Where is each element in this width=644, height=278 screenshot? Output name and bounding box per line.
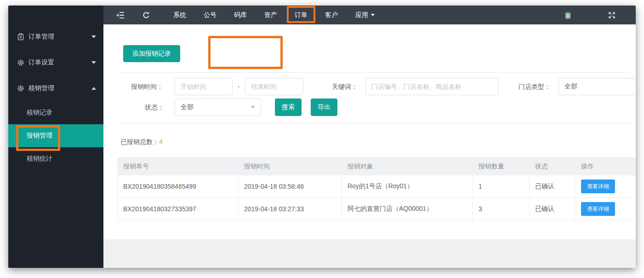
cell-quantity: 3 [473,198,530,220]
nav-item-code-library[interactable]: 码库 [225,6,256,24]
fullscreen-icon[interactable] [607,12,616,19]
sidebar-subitem-label: 核销记录 [27,109,52,117]
nav-item-system[interactable]: 系统 [165,6,195,24]
cell-target: 阿七的直营门店（AQ00001） [342,198,473,220]
nav-item-orders[interactable]: 订单 [286,6,316,24]
col-header-target: 报销对象 [342,158,473,175]
end-time-input[interactable] [245,78,303,95]
store-type-select[interactable]: 全部 [559,78,636,95]
nav-right-icons [563,12,636,19]
nav-item-official-account[interactable]: 公号 [195,6,225,24]
reimbursed-total-label: 已报销总数： [120,138,159,145]
search-button[interactable]: 搜索 [275,98,302,116]
nav-item-label: 系统 [173,6,186,24]
sidebar: 订单管理 订单设置 [8,6,103,268]
sidebar-item-label: 订单设置 [28,58,91,67]
cell-order-no: BX201904180327335397 [118,198,239,220]
table-row: BX201904180327335397 2019-04-18 03:27:33… [118,198,636,220]
app-window: 订单管理 订单设置 [8,6,636,268]
status-select[interactable]: 全部 [175,98,261,116]
nav-item-label: 码库 [234,6,247,24]
status-filter-label: 状态： [145,98,164,116]
chevron-down-icon [91,35,96,38]
table-header-row: 报销单号 报销时间 报销对象 报销数量 状态 操作 [118,158,636,175]
nav-item-label: 公号 [204,6,217,24]
nav-item-assets[interactable]: 资产 [256,6,286,24]
status-value: 全部 [181,103,194,111]
nav-item-label: 订单 [295,6,308,24]
add-reimbursement-button[interactable]: 添加报销记录 [123,45,180,62]
sidebar-subitem-label: 核销统计 [27,155,52,163]
view-detail-button[interactable]: 查看详细 [581,180,615,193]
keyword-filter-label: 关键词： [332,78,358,95]
gear-icon [17,85,24,92]
sidebar-item-label: 订单管理 [28,33,91,41]
chevron-down-icon [371,14,375,16]
main-area: 添加报销记录 报销时间： - 关键词： 门店类型： 全部 状态： 全部 [103,24,636,268]
cell-quantity: 1 [473,175,530,198]
reimbursement-table: 报销单号 报销时间 报销对象 报销数量 状态 操作 BX201904180358… [117,157,636,220]
sidebar-menu: 订单管理 订单设置 [8,6,103,170]
time-filter-label: 报销时间： [131,78,163,95]
nav-item-customers[interactable]: 客户 [316,6,347,24]
divider [117,123,630,123]
keyword-input[interactable] [365,78,499,95]
divider [117,72,630,73]
nav-item-label: 应用 [355,6,368,24]
sidebar-subitem-reimbursement-management[interactable]: 报销管理 [8,124,103,147]
gear-icon [17,59,24,66]
cell-time: 2019-04-18 03:27:33 [239,198,342,220]
collapse-sidebar-icon[interactable] [116,12,125,18]
export-button[interactable]: 导出 [311,98,337,116]
chevron-down-icon [251,106,255,109]
col-header-status: 状态 [530,158,576,175]
cell-status: 已确认 [530,175,576,198]
nav-item-apps[interactable]: 应用 [347,6,383,24]
sidebar-item-label: 核销管理 [28,84,91,93]
cell-time: 2019-04-18 03:58:46 [239,175,342,198]
sidebar-item-verification-management[interactable]: 核销管理 [8,75,103,101]
sidebar-item-order-management[interactable]: 订单管理 [8,24,103,50]
col-header-quantity: 报销数量 [473,158,530,175]
screenshot-frame: 订单管理 订单设置 [0,0,644,278]
trash-icon[interactable] [563,12,572,19]
reimbursed-total-count: 4 [159,138,163,145]
sidebar-subitem-verification-records[interactable]: 核销记录 [8,101,103,124]
cell-target: Roy的1号店（Roy01） [342,175,473,198]
content-card: 添加报销记录 报销时间： - 关键词： 门店类型： 全部 状态： 全部 [103,24,636,239]
chevron-up-icon [91,87,96,90]
reimbursed-total: 已报销总数：4 [120,138,163,146]
sidebar-item-order-settings[interactable]: 订单设置 [8,50,103,75]
col-header-actions: 操作 [576,158,636,175]
cell-order-no: BX201904180358465499 [118,175,239,198]
col-header-order-no: 报销单号 [118,158,239,175]
top-navbar: 系统 公号 码库 资产 订单 客户 应用 [103,6,636,24]
nav-item-label: 客户 [325,6,338,24]
clipboard-icon [17,33,24,41]
refresh-icon[interactable] [142,12,151,19]
view-detail-button[interactable]: 查看详细 [581,202,615,216]
cell-status: 已确认 [530,198,576,220]
chevron-down-icon [91,61,96,64]
store-type-value: 全部 [564,82,577,91]
nav-item-label: 资产 [264,6,277,24]
range-separator: - [235,78,242,95]
sidebar-subitem-label: 报销管理 [27,132,52,140]
start-time-input[interactable] [175,78,233,95]
table-row: BX201904180358465499 2019-04-18 03:58:46… [118,175,636,198]
col-header-time: 报销时间 [239,158,342,175]
store-type-label: 门店类型： [519,78,551,95]
nav-menu: 系统 公号 码库 资产 订单 客户 应用 [165,6,383,24]
sidebar-subitem-verification-statistics[interactable]: 核销统计 [8,147,103,170]
